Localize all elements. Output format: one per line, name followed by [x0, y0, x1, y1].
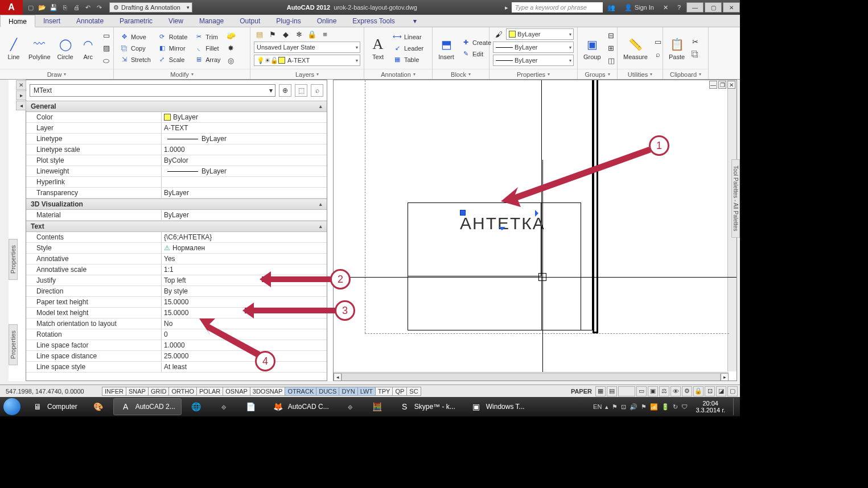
tab-view[interactable]: View — [161, 15, 191, 27]
toggle-otrack[interactable]: OTRACK — [285, 387, 316, 396]
new-icon[interactable]: ▢ — [26, 3, 35, 12]
quickview-icon[interactable]: ▭ — [636, 386, 647, 396]
object-type-combo[interactable]: MText — [30, 84, 275, 97]
autodesk360-button[interactable]: 👥 — [603, 0, 620, 15]
tray-batt-icon[interactable]: 🔋 — [661, 403, 669, 411]
app-menu-button[interactable]: A — [0, 0, 23, 15]
palette-close-icon[interactable]: ✕ — [16, 80, 26, 90]
toggle-snap[interactable]: SNAP — [126, 387, 149, 396]
exchange-button[interactable]: ✕ — [659, 0, 673, 15]
save-icon[interactable]: 💾 — [49, 3, 58, 12]
undo-icon[interactable]: ↶ — [83, 3, 92, 12]
arc-tool[interactable]: ◠Arc — [78, 35, 98, 61]
section-general[interactable]: General — [26, 101, 327, 112]
group-bbox-tool[interactable]: ◫ — [606, 55, 617, 67]
model-icon[interactable]: ▦ — [595, 386, 606, 396]
fillet-tool[interactable]: ◟Fillet — [192, 43, 223, 53]
rectangle-tool[interactable]: ▭ — [101, 30, 112, 42]
horizontal-scrollbar[interactable]: ◂▸ — [334, 372, 729, 381]
layer-freeze-button[interactable]: ❄ — [293, 28, 305, 40]
group-edit-tool[interactable]: ⊞ — [606, 43, 617, 54]
open-icon[interactable]: 📂 — [38, 3, 47, 12]
measure-tool[interactable]: 📏Measure — [621, 35, 650, 61]
toggle-pickadd-button[interactable]: ⊕ — [279, 84, 291, 97]
stretch-tool[interactable]: ⇲Stretch — [117, 55, 153, 65]
print-icon[interactable]: 🖨 — [72, 3, 81, 12]
taskbar-clock[interactable]: 20:043.3.2014 г. — [691, 400, 730, 413]
section-3d-visualization[interactable]: 3D Visualization — [26, 198, 327, 210]
clean-icon[interactable]: ▢ — [727, 386, 738, 396]
grid-icon[interactable]: ▤ — [607, 386, 617, 396]
tab-express-tools[interactable]: Express Tools — [344, 15, 402, 27]
tray-action-icon[interactable]: ⚑ — [641, 403, 647, 411]
taskbar-item[interactable]: 📄 — [238, 398, 264, 415]
polyline-tool[interactable]: 〰Polyline — [26, 35, 53, 61]
prop-value[interactable]: 1:1 — [162, 264, 327, 275]
select-objects-button[interactable]: ⬚ — [295, 84, 307, 97]
explode-tool[interactable]: ✸ — [225, 43, 237, 54]
prop-value[interactable]: ByColor — [162, 155, 327, 166]
tab-online[interactable]: Online — [309, 15, 345, 27]
taskbar-item[interactable]: 🌐 — [184, 398, 209, 415]
title-expand-icon[interactable]: ▸ — [501, 4, 512, 11]
prop-value[interactable]: At least — [162, 362, 327, 372]
match-props-button[interactable]: 🖌 — [493, 28, 504, 40]
doc-min-button[interactable]: — — [709, 81, 717, 89]
maximize-button[interactable]: ▢ — [705, 2, 722, 13]
qvlayout-icon[interactable]: ▣ — [648, 386, 658, 396]
taskbar-item[interactable]: ⟐ — [211, 398, 236, 415]
prop-value[interactable]: ByLayer — [162, 112, 327, 122]
layer-lock-button[interactable]: 🔒 — [306, 28, 318, 40]
taskbar-item[interactable]: SSkype™ - k... — [392, 398, 462, 415]
annovis-icon[interactable]: 👁 — [670, 386, 681, 396]
taskbar-item[interactable]: ⟐ — [338, 398, 363, 415]
layer-current-combo[interactable]: 💡☀🔓 A-TEXT — [254, 55, 360, 66]
panel-properties-label[interactable]: Properties — [489, 69, 577, 79]
offset-tool[interactable]: ◎ — [225, 55, 237, 67]
insert-tool[interactable]: ⬒Insert — [436, 35, 456, 61]
prop-value[interactable]: ByLayer — [162, 134, 327, 144]
toggle-grid[interactable]: GRID — [148, 387, 170, 396]
scale-tool[interactable]: ⤢Scale — [155, 55, 190, 65]
move-tool[interactable]: ✥Move — [117, 32, 153, 42]
panel-modify-label[interactable]: Modify — [114, 69, 250, 79]
layer-props-button[interactable]: ▤ — [254, 28, 265, 40]
cut-tool[interactable]: ✂ — [689, 36, 701, 48]
create-block-tool[interactable]: ✚Create — [459, 38, 493, 48]
ribbon-expand-icon[interactable]: ▾ — [405, 15, 425, 27]
taskbar-item[interactable]: AAutoCAD 2... — [113, 398, 182, 415]
taskbar-item[interactable]: 🖥Computer — [25, 398, 84, 415]
doc-close-button[interactable]: ✕ — [727, 81, 735, 89]
select-tool[interactable]: ▭ — [652, 36, 664, 48]
prop-value[interactable]: ByLayer — [162, 210, 327, 220]
tab-plug-ins[interactable]: Plug-ins — [268, 15, 308, 27]
prop-value[interactable]: ByLayer — [162, 188, 327, 198]
lock-ui-icon[interactable]: 🔒 — [693, 386, 704, 396]
panel-groups-label[interactable]: Groups — [578, 69, 617, 79]
grip-bottom-arrow[interactable] — [499, 227, 505, 234]
prop-value[interactable]: {\C6;АНТЕТКА} — [162, 232, 327, 242]
tab-home[interactable]: Home — [0, 15, 35, 27]
text-tool[interactable]: AText — [368, 35, 388, 61]
circle-tool[interactable]: ◯Circle — [55, 35, 76, 61]
ws-icon[interactable]: ⚙ — [682, 386, 692, 396]
tool-palettes-tab[interactable]: Tool Palettes - All Palettes — [731, 159, 740, 238]
line-tool[interactable]: ╱Line — [3, 35, 24, 61]
tray-net-icon[interactable]: ⊡ — [621, 403, 626, 411]
linear-dim-tool[interactable]: ⟷Linear — [390, 32, 426, 42]
tray-shield-icon[interactable]: 🛡 — [681, 403, 688, 410]
panel-block-label[interactable]: Block — [433, 69, 489, 79]
layer-states-button[interactable]: ⚑ — [267, 28, 278, 40]
tray-flag-icon[interactable]: ⚑ — [612, 403, 618, 411]
lang-indicator[interactable]: EN — [593, 403, 602, 410]
help-search-input[interactable]: Type a keyword or phrase — [512, 2, 603, 13]
linetype-combo[interactable]: ByLayer — [493, 55, 574, 66]
tab-insert[interactable]: Insert — [35, 15, 68, 27]
panel-utilities-label[interactable]: Utilities — [618, 69, 663, 79]
close-button[interactable]: ✕ — [723, 2, 740, 13]
tray-up-icon[interactable]: ▴ — [605, 403, 608, 411]
properties-tab-vertical-2[interactable]: Properties — [9, 324, 18, 365]
prop-value[interactable]: A-TEXT — [162, 123, 327, 133]
section-text[interactable]: Text — [26, 221, 327, 232]
prop-value[interactable]: 1.0000 — [162, 144, 327, 155]
